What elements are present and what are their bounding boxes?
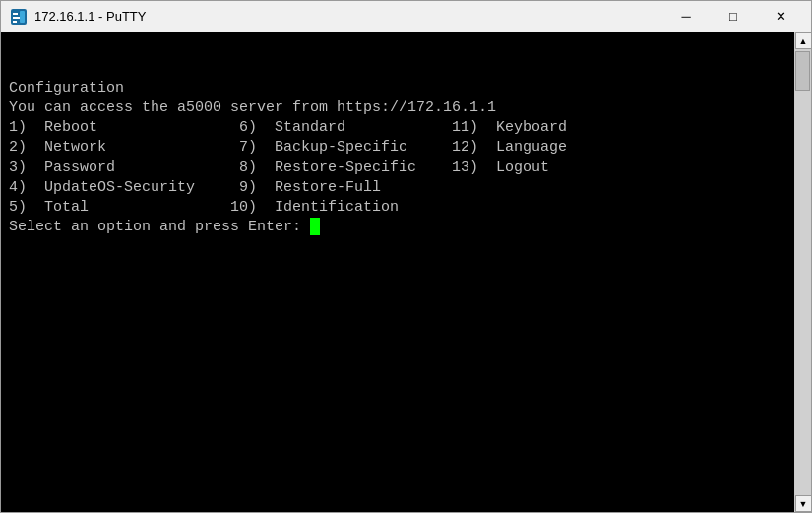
- terminal-cursor: [310, 218, 320, 235]
- terminal-line: 1) Reboot 6) Standard 11) Keyboard: [9, 118, 786, 138]
- terminal-line: 2) Network 7) Backup-Specific 12) Langua…: [9, 138, 786, 158]
- titlebar: 172.16.1.1 - PuTTY ─ □ ✕: [1, 1, 811, 32]
- terminal-line: 4) UpdateOS-Security 9) Restore-Full: [9, 178, 786, 198]
- svg-rect-1: [13, 13, 18, 15]
- scrollbar-track[interactable]: [795, 49, 811, 495]
- maximize-button[interactable]: □: [711, 2, 756, 32]
- terminal-line: 5) Total 10) Identification: [9, 198, 786, 218]
- putty-icon: [9, 7, 29, 27]
- putty-window: 172.16.1.1 - PuTTY ─ □ ✕ ConfigurationYo…: [0, 0, 812, 513]
- svg-rect-4: [20, 11, 25, 23]
- terminal-line: 3) Password 8) Restore-Specific 13) Logo…: [9, 159, 786, 178]
- scroll-down-button[interactable]: ▼: [795, 495, 812, 512]
- close-button[interactable]: ✕: [758, 2, 803, 32]
- scrollbar-thumb[interactable]: [795, 51, 810, 91]
- scrollbar: ▲ ▼: [794, 32, 811, 512]
- terminal-line: Select an option and press Enter:: [9, 218, 786, 237]
- terminal-line: Configuration: [9, 79, 786, 98]
- window-controls: ─ □ ✕: [663, 2, 803, 32]
- svg-rect-3: [13, 21, 17, 23]
- window-title: 172.16.1.1 - PuTTY: [34, 9, 663, 24]
- minimize-button[interactable]: ─: [663, 2, 709, 32]
- terminal-container: ConfigurationYou can access the a5000 se…: [1, 32, 811, 512]
- svg-rect-2: [13, 17, 20, 19]
- scroll-up-button[interactable]: ▲: [795, 32, 812, 49]
- terminal-line: You can access the a5000 server from htt…: [9, 98, 786, 118]
- terminal[interactable]: ConfigurationYou can access the a5000 se…: [1, 32, 794, 512]
